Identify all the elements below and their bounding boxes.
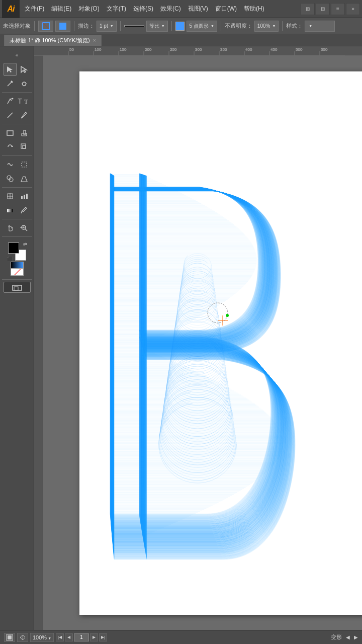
zoom-dropdown[interactable] (48, 634, 51, 640)
stroke-label: 描边： (78, 22, 95, 30)
sep-t5 (2, 219, 32, 219)
svg-line-1 (42, 23, 49, 30)
color-indicator[interactable] (175, 22, 185, 31)
svg-text:T: T (24, 98, 28, 105)
graph-tool[interactable] (18, 190, 31, 203)
brush-type-dropdown[interactable]: 5 点圆形 (187, 21, 217, 32)
svg-rect-10 (7, 131, 13, 135)
perspective-tool[interactable] (18, 172, 31, 185)
title-bar-right: ⊞ ⊟ ≡ » (301, 3, 360, 15)
svg-text:300: 300 (195, 47, 202, 52)
rectangle-tool[interactable] (4, 126, 17, 139)
style-dropdown[interactable] (305, 21, 335, 32)
warp-tool[interactable] (4, 158, 17, 171)
pen-tool[interactable] (4, 95, 17, 108)
status-icon-1[interactable] (4, 633, 15, 642)
mesh-tool[interactable] (4, 190, 17, 203)
shape-builder-tool[interactable] (4, 172, 17, 185)
lasso-tool[interactable] (18, 77, 31, 90)
svg-text:200: 200 (145, 47, 152, 52)
artboard: // This will be drawn via JS below (79, 71, 362, 615)
stroke-type-dropdown[interactable]: 等比 (146, 21, 168, 32)
workspace-btn[interactable]: ⊞ (301, 3, 315, 15)
tab-label: 未标题-1* @ 100% (CMYK/预览) (10, 37, 90, 44)
svg-rect-23 (21, 196, 23, 199)
tab-close-btn[interactable]: × (93, 38, 96, 43)
next-page-btn[interactable]: ▶ (90, 633, 98, 641)
menu-select[interactable]: 选择(S) (130, 3, 156, 15)
prev-page-btn[interactable]: ◀ (65, 633, 73, 641)
selection-tool[interactable] (4, 63, 17, 76)
arrange-btn[interactable]: ⊟ (316, 3, 330, 15)
svg-line-29 (25, 229, 27, 231)
sep-t7 (2, 279, 32, 280)
no-selection-label: 未选择对象 (3, 22, 31, 30)
stroke-color-btn[interactable] (38, 21, 53, 32)
sep5 (221, 21, 221, 31)
mesh-row (0, 189, 34, 203)
stroke-width-dropdown[interactable]: 1 pt (97, 21, 117, 32)
panel-btn[interactable]: ≡ (331, 3, 345, 15)
zoom-tool[interactable] (18, 221, 31, 234)
line-tool[interactable] (4, 109, 17, 122)
drawing-modes-btn[interactable] (4, 282, 31, 293)
gradient-tool[interactable] (4, 204, 17, 217)
title-bar: Ai 文件(F) 编辑(E) 对象(O) 文字(T) 选择(S) 效果(C) 视… (0, 0, 362, 18)
rotate-row (0, 140, 34, 154)
menu-help[interactable]: 帮助(H) (241, 3, 267, 15)
menu-view[interactable]: 视图(V) (185, 3, 211, 15)
zoom-value: 100% (33, 634, 47, 640)
collapse-btn[interactable]: « (11, 49, 24, 62)
opacity-dropdown[interactable]: 100% (254, 21, 279, 32)
svg-rect-26 (7, 209, 13, 212)
svg-rect-14 (23, 145, 26, 148)
fill-color-btn[interactable] (55, 21, 70, 32)
menu-file[interactable]: 文件(F) (22, 3, 47, 15)
none-fill-swatch[interactable] (11, 269, 24, 276)
hand-tool[interactable] (4, 221, 17, 234)
eyedropper-tool[interactable] (18, 204, 31, 217)
svg-line-27 (21, 211, 22, 213)
status-icon-2[interactable] (17, 633, 28, 642)
menu-object[interactable]: 对象(O) (75, 3, 102, 15)
sep6 (282, 21, 283, 31)
type-tool[interactable]: T T (18, 95, 31, 108)
sep3 (120, 21, 121, 31)
pencil-tool[interactable] (18, 109, 31, 122)
svg-rect-2 (59, 23, 66, 30)
menu-text[interactable]: 文字(T) (104, 3, 129, 15)
svg-rect-24 (24, 195, 25, 199)
menu-effect[interactable]: 效果(C) (157, 3, 184, 15)
last-page-btn[interactable]: ▶| (99, 633, 107, 641)
svg-marker-19 (21, 177, 27, 182)
fg-color-box[interactable] (8, 243, 19, 254)
svg-text:400: 400 (245, 47, 252, 52)
rotate-tool[interactable] (4, 140, 17, 153)
svg-text:350: 350 (220, 47, 227, 52)
sep-t1 (2, 92, 32, 93)
zoom-display[interactable]: 100% (30, 633, 54, 642)
color-reset-btn[interactable]: ⬛ (7, 257, 13, 262)
scale-tool[interactable] (18, 140, 31, 153)
svg-rect-25 (26, 194, 28, 199)
free-transform-tool[interactable] (18, 158, 31, 171)
canvas-area[interactable]: 50 100 150 200 250 300 350 400 450 500 5… (34, 46, 362, 630)
status-arrow-right[interactable]: ▶ (354, 634, 358, 640)
main-area: « T T (0, 46, 362, 630)
document-tab[interactable]: 未标题-1* @ 100% (CMYK/预览) × (4, 35, 102, 46)
menu-window[interactable]: 窗口(W) (212, 3, 240, 15)
svg-text:50: 50 (69, 47, 74, 52)
eraser-tool[interactable] (18, 126, 31, 139)
ruler-vertical (34, 55, 43, 630)
page-input[interactable] (74, 633, 89, 641)
first-page-btn[interactable]: |◀ (56, 633, 64, 641)
expand-btn[interactable]: » (346, 3, 360, 15)
gradient-fill-swatch[interactable] (11, 262, 24, 269)
magic-wand-tool[interactable] (4, 77, 17, 90)
color-swap-btn[interactable]: ⇄ (23, 242, 27, 247)
opacity-label: 不透明度： (225, 22, 252, 30)
menu-edit[interactable]: 编辑(E) (48, 3, 74, 15)
status-arrow-left[interactable]: ◀ (346, 634, 350, 640)
direct-selection-tool[interactable] (18, 63, 31, 76)
sep2 (74, 21, 74, 31)
